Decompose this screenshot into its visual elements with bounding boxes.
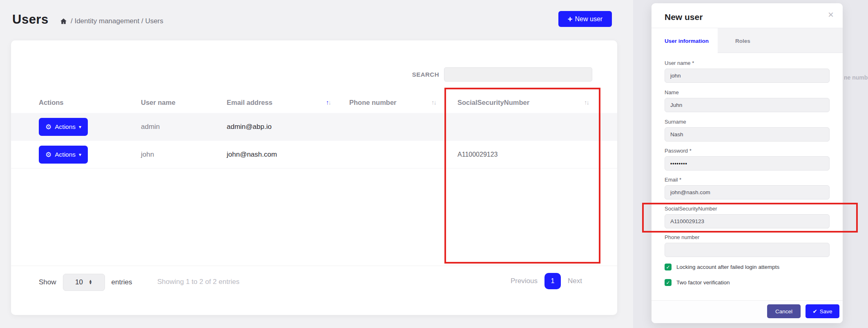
actions-button-label: Actions xyxy=(55,123,76,131)
field-email: Email * xyxy=(665,177,830,199)
users-page: Users / Identity management / Users + Ne… xyxy=(0,0,633,328)
close-icon[interactable]: × xyxy=(828,10,834,20)
modal-tabbar: User information Roles xyxy=(652,28,843,53)
modal-footer: Cancel ✔ Save xyxy=(652,300,843,323)
tab-user-information[interactable]: User information xyxy=(652,28,718,53)
chevron-down-icon: ▾ xyxy=(79,152,81,157)
modal-title: New user xyxy=(665,12,703,22)
table-row: ⚙ Actions ▾ admin admin@abp.io xyxy=(11,113,617,141)
field-label: SocialSecurityNumber xyxy=(665,206,830,212)
field-label: Password * xyxy=(665,148,830,154)
actions-button-label: Actions xyxy=(55,151,76,158)
field-label: User name * xyxy=(665,60,830,66)
sort-icon-ssn[interactable]: ↑↓ xyxy=(584,99,589,106)
cell-ssn: A1100029123 xyxy=(457,141,498,168)
tab-roles[interactable]: Roles xyxy=(735,28,750,53)
home-icon[interactable] xyxy=(60,18,67,25)
email-field[interactable] xyxy=(665,185,830,199)
phone-field[interactable] xyxy=(665,243,830,257)
next-page-button[interactable]: Next xyxy=(568,277,582,285)
sort-down-icon: ↓ xyxy=(328,99,331,106)
column-header-email[interactable]: Email address xyxy=(227,99,272,106)
column-header-phone[interactable]: Phone number xyxy=(349,99,397,106)
search-input[interactable] xyxy=(444,67,592,82)
breadcrumb-path[interactable]: / Identity management / Users xyxy=(71,17,163,25)
field-label: Surname xyxy=(665,119,830,125)
breadcrumb: / Identity management / Users xyxy=(60,17,163,25)
field-name: Name xyxy=(665,89,830,112)
save-button-label: Save xyxy=(820,308,832,315)
checkbox-checked-icon: ✓ xyxy=(665,279,672,286)
screen: Users / Identity management / Users + Ne… xyxy=(0,0,868,328)
name-field[interactable] xyxy=(665,98,830,112)
sort-icon-email[interactable]: ↑↓ xyxy=(326,99,330,106)
gear-icon: ⚙ xyxy=(45,124,51,131)
modal-backdrop: ne numbe New user × User information Rol… xyxy=(633,0,868,328)
users-table-card: SEARCH Actions User name Email address ↑… xyxy=(11,40,617,315)
save-button[interactable]: ✔ Save xyxy=(806,304,839,318)
chevron-down-icon: ▾ xyxy=(79,124,81,130)
checkbox-two-factor[interactable]: ✓ Two factor verification xyxy=(665,279,730,286)
column-header-ssn[interactable]: SocialSecurityNumber xyxy=(457,99,529,106)
field-surname: Surname xyxy=(665,119,830,142)
checkbox-label: Locking account after failed login attem… xyxy=(676,264,779,270)
page-title: Users xyxy=(12,12,49,27)
check-icon: ✔ xyxy=(812,308,817,315)
table-row: ⚙ Actions ▾ john john@nash.com A11000291… xyxy=(11,141,617,168)
sort-icon-phone[interactable]: ↑↓ xyxy=(431,99,436,106)
field-ssn: SocialSecurityNumber xyxy=(665,206,830,228)
show-label: Show xyxy=(39,278,56,286)
field-password: Password * xyxy=(665,148,830,171)
field-label: Name xyxy=(665,89,830,95)
field-label: Phone number xyxy=(665,234,830,240)
gear-icon: ⚙ xyxy=(45,151,51,158)
actions-button[interactable]: ⚙ Actions ▾ xyxy=(39,118,88,136)
field-username: User name * xyxy=(665,60,830,83)
new-user-modal: New user × User information Roles User n… xyxy=(652,3,843,323)
page-size-select[interactable]: 10 ▲▼ xyxy=(63,274,105,291)
field-label: Email * xyxy=(665,177,830,183)
sort-down-icon: ↓ xyxy=(587,99,589,106)
cell-email: admin@abp.io xyxy=(227,113,272,141)
new-user-button-label: New user xyxy=(575,16,603,23)
current-page-button[interactable]: 1 xyxy=(544,273,561,289)
search-label: SEARCH xyxy=(357,71,439,78)
checkbox-lockout[interactable]: ✓ Locking account after failed login att… xyxy=(665,264,779,270)
cell-email: john@nash.com xyxy=(227,141,277,168)
checkbox-label: Two factor verification xyxy=(676,279,730,286)
column-header-username: User name xyxy=(141,99,175,106)
divider xyxy=(11,266,617,266)
cancel-button[interactable]: Cancel xyxy=(767,304,801,318)
column-header-actions: Actions xyxy=(39,99,64,106)
new-user-button[interactable]: + New user xyxy=(558,11,612,27)
stepper-icon: ▲▼ xyxy=(89,280,92,284)
username-field[interactable] xyxy=(665,69,830,83)
cell-username: john xyxy=(141,141,154,168)
checkbox-checked-icon: ✓ xyxy=(665,264,672,270)
sort-down-icon: ↓ xyxy=(434,99,436,106)
plus-icon: + xyxy=(568,15,573,23)
entries-summary: Showing 1 to 2 of 2 entries xyxy=(157,278,239,286)
previous-page-button[interactable]: Previous xyxy=(511,277,538,285)
actions-button[interactable]: ⚙ Actions ▾ xyxy=(39,146,88,164)
entries-label: entries xyxy=(112,278,132,286)
ghost-text: ne numbe xyxy=(844,74,868,81)
ssn-field[interactable] xyxy=(665,214,830,228)
field-phone: Phone number xyxy=(665,234,830,257)
page-size-control: Show 10 ▲▼ entries xyxy=(39,274,132,291)
pagination: Previous 1 Next xyxy=(511,273,582,289)
surname-field[interactable] xyxy=(665,127,830,142)
page-size-value: 10 xyxy=(75,278,83,286)
cell-username: admin xyxy=(141,113,160,141)
password-field[interactable] xyxy=(665,156,830,171)
